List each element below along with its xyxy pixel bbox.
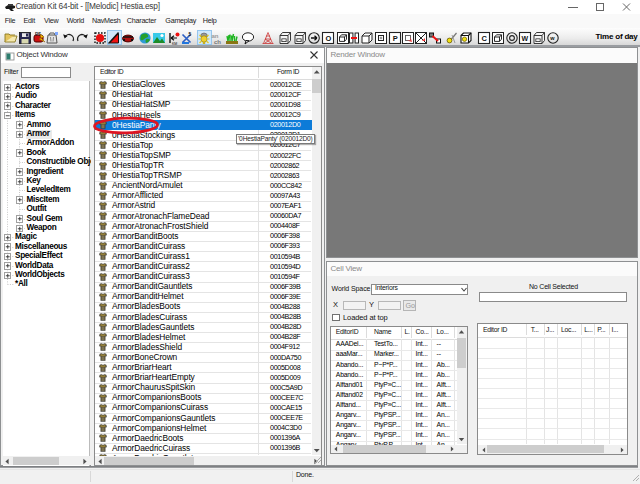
svg-text:ch: ch: [214, 38, 221, 44]
svg-text:P: P: [392, 34, 397, 43]
svg-text:KM: KM: [172, 41, 177, 45]
svg-text:O: O: [326, 34, 332, 43]
svg-text:C: C: [482, 34, 488, 43]
svg-text:5: 5: [188, 31, 191, 37]
svg-text:w: w: [549, 35, 555, 41]
svg-text:W: W: [521, 35, 528, 42]
